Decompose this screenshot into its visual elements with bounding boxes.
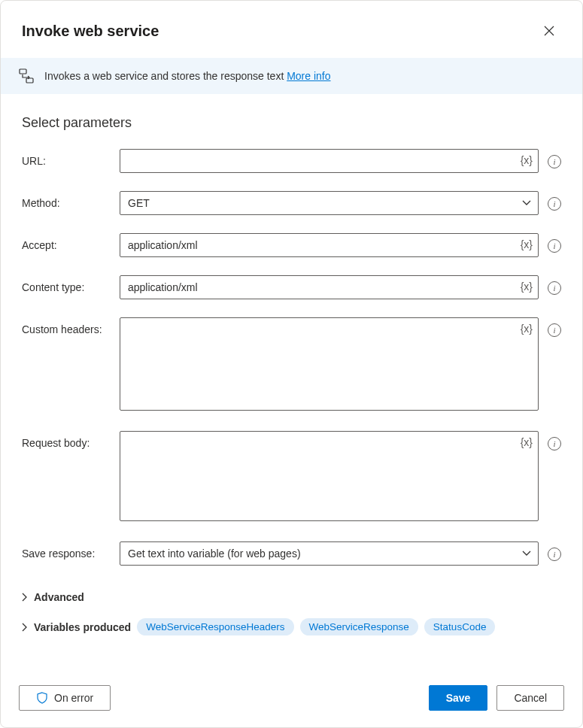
field-content-type: Content type: {x} i	[22, 275, 561, 299]
save-button[interactable]: Save	[429, 685, 488, 711]
field-save-response: Save response: Get text into variable (f…	[22, 541, 561, 566]
close-icon	[544, 26, 554, 36]
accept-label: Accept:	[22, 233, 111, 251]
custom-headers-label: Custom headers:	[22, 317, 111, 335]
info-icon[interactable]: i	[548, 155, 561, 168]
var-token-button[interactable]: {x}	[521, 281, 533, 293]
field-method: Method: GET i	[22, 191, 561, 215]
content-area: Select parameters URL: {x} i Method: GET…	[1, 94, 582, 671]
chevron-down-icon	[522, 551, 531, 557]
method-select[interactable]: GET	[120, 191, 539, 215]
info-icon[interactable]: i	[548, 239, 561, 253]
info-bar: Invokes a web service and stores the res…	[1, 58, 582, 94]
section-title: Select parameters	[22, 115, 561, 131]
save-label: Save	[446, 692, 471, 704]
variable-chip[interactable]: WebServiceResponseHeaders	[137, 618, 293, 635]
save-response-value: Get text into variable (for web pages)	[128, 548, 301, 560]
custom-headers-input[interactable]	[120, 317, 539, 411]
info-text-wrap: Invokes a web service and stores the res…	[44, 70, 331, 82]
variables-label: Variables produced	[34, 621, 131, 633]
url-label: URL:	[22, 149, 111, 167]
request-body-label: Request body:	[22, 431, 111, 449]
chevron-right-icon	[22, 593, 28, 602]
chevron-down-icon	[522, 200, 531, 206]
field-url: URL: {x} i	[22, 149, 561, 173]
info-text: Invokes a web service and stores the res…	[44, 70, 287, 82]
shield-icon	[36, 692, 48, 704]
chevron-right-icon	[22, 623, 28, 632]
variable-chip[interactable]: WebServiceResponse	[300, 618, 418, 635]
var-token-button[interactable]: {x}	[521, 154, 533, 166]
info-icon[interactable]: i	[548, 281, 561, 295]
field-custom-headers: Custom headers: {x} i	[22, 317, 561, 413]
save-response-select[interactable]: Get text into variable (for web pages)	[120, 541, 539, 566]
method-label: Method:	[22, 191, 111, 209]
info-icon[interactable]: i	[548, 437, 561, 450]
save-response-label: Save response:	[22, 541, 111, 560]
request-body-input[interactable]	[120, 431, 539, 521]
var-token-button[interactable]: {x}	[521, 436, 533, 448]
field-request-body: Request body: {x} i	[22, 431, 561, 523]
svg-rect-0	[20, 69, 26, 74]
field-accept: Accept: {x} i	[22, 233, 561, 257]
on-error-label: On error	[54, 692, 93, 704]
info-icon[interactable]: i	[548, 197, 561, 211]
svg-rect-1	[26, 78, 33, 83]
var-token-button[interactable]: {x}	[521, 238, 533, 250]
content-type-label: Content type:	[22, 275, 111, 293]
on-error-button[interactable]: On error	[19, 685, 111, 711]
cancel-button[interactable]: Cancel	[496, 685, 564, 711]
accept-input[interactable]	[120, 233, 539, 257]
dialog-footer: On error Save Cancel	[1, 671, 582, 727]
var-token-button[interactable]: {x}	[521, 323, 533, 335]
advanced-label: Advanced	[34, 591, 84, 603]
info-icon[interactable]: i	[548, 323, 561, 337]
variable-chip[interactable]: StatusCode	[424, 618, 496, 635]
dialog-title: Invoke web service	[22, 23, 159, 40]
close-button[interactable]	[537, 19, 561, 43]
cancel-label: Cancel	[514, 692, 547, 704]
url-input[interactable]	[120, 149, 539, 173]
info-icon[interactable]: i	[548, 548, 561, 561]
more-info-link[interactable]: More info	[287, 70, 330, 82]
variables-expander[interactable]: Variables produced WebServiceResponseHea…	[22, 611, 561, 643]
webservice-icon	[19, 68, 34, 83]
advanced-expander[interactable]: Advanced	[22, 584, 561, 611]
content-type-input[interactable]	[120, 275, 539, 299]
dialog-header: Invoke web service	[1, 1, 582, 58]
method-value: GET	[128, 197, 150, 209]
